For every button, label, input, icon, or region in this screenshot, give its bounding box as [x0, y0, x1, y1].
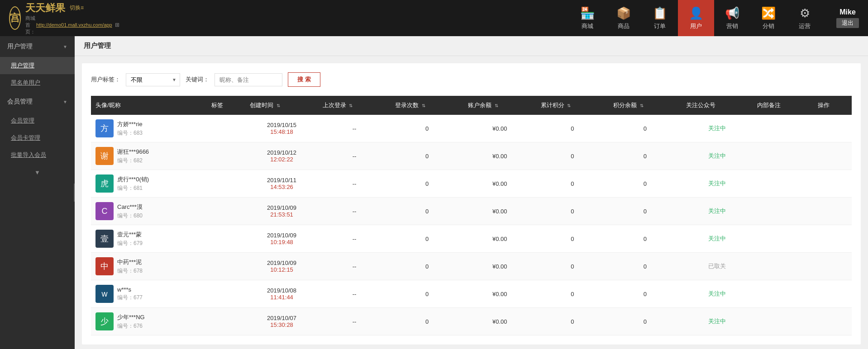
total-points-8: 0: [536, 308, 609, 335]
sidebar-section-user-mgmt[interactable]: 用户管理 ▼: [0, 36, 75, 57]
sidebar-item-blacklist[interactable]: 黑名单用户: [0, 74, 75, 91]
nav-item-order[interactable]: 📋订单: [642, 0, 678, 36]
user-avatar-3: 虎: [95, 174, 114, 193]
table-row: w w***s 编号：677 2019/10/08 11:41:44 -- 0 …: [91, 280, 852, 308]
date-line2-8: 15:30:28: [250, 321, 314, 328]
th-last-login[interactable]: 上次登录 ⇅: [318, 96, 391, 115]
sidebar-section-member-mgmt[interactable]: 会员管理 ▼: [0, 91, 75, 112]
th-note: 内部备注: [753, 96, 813, 115]
tag-cell-8: [207, 308, 245, 335]
balance-2: ¥0.00: [463, 142, 536, 170]
follow-status-6: 已取关: [682, 253, 753, 280]
total-points-2: 0: [536, 142, 609, 170]
points-balance-8: 0: [609, 308, 682, 335]
login-count-5: 0: [391, 225, 463, 253]
user-name-8: 少年***NG: [117, 313, 145, 321]
total-points-6: 0: [536, 253, 609, 280]
table-row: C Carc***漠 编号：680 2019/10/09 21:53:51 --…: [91, 198, 852, 225]
sidebar-item-user-manage[interactable]: 用户管理: [0, 57, 75, 74]
operation-nav-icon: ⚙: [800, 6, 810, 20]
page-title: 用户管理: [75, 36, 868, 56]
action-cell-4[interactable]: [813, 198, 852, 225]
mall-nav-label: 商城: [582, 22, 593, 30]
action-cell-1[interactable]: [813, 115, 852, 142]
note-cell-8: [753, 308, 813, 335]
action-cell-5[interactable]: [813, 225, 852, 253]
action-cell-6[interactable]: [813, 253, 852, 280]
sidebar-item-member-manage[interactable]: 会员管理: [0, 112, 75, 129]
nav-item-distribution[interactable]: 🔀分销: [750, 0, 787, 36]
user-cell-2: 谢 谢狂***9666 编号：682: [91, 142, 207, 170]
table-row: 壹 壹元***蒙 编号：679 2019/10/09 10:19:48 -- 0…: [91, 225, 852, 253]
date-line1-5: 2019/10/09: [250, 232, 314, 239]
user-cell-8: 少 少年***NG 编号：676: [91, 308, 207, 335]
date-line1-3: 2019/10/11: [250, 177, 314, 184]
date-line2-5: 10:19:48: [250, 239, 314, 245]
user-area: Mike 退出: [836, 8, 859, 28]
th-avatar: 头像/昵称: [91, 96, 207, 115]
th-points-balance[interactable]: 积分余额 ⇅: [609, 96, 682, 115]
sidebar-item-batch-import[interactable]: 批量导入会员: [0, 146, 75, 164]
user-cell-6: 中 中药***泥 编号：678: [91, 253, 207, 280]
date-cell-2: 2019/10/12 12:02:22: [245, 142, 318, 170]
sidebar: 用户管理 ▼ 用户管理 黑名单用户 会员管理 ▼ 会员管理 会员卡管理 批量导入…: [0, 36, 75, 349]
username: Mike: [839, 8, 856, 16]
last-login-6: --: [318, 253, 391, 280]
action-cell-2[interactable]: [813, 142, 852, 170]
date-line1-4: 2019/10/09: [250, 204, 314, 211]
follow-status-4: 关注中: [682, 198, 753, 225]
content-inner: 用户标签： 不限 ▼ 关键词： 搜 索 头像/昵称 标签 创建时间 ⇅: [82, 63, 861, 344]
user-name-3: 虎行***0(销): [117, 175, 149, 184]
th-total-points[interactable]: 累计积分 ⇅: [536, 96, 609, 115]
action-cell-7[interactable]: [813, 280, 852, 308]
th-create-time[interactable]: 创建时间 ⇅: [245, 96, 318, 115]
user-nav-icon: 👤: [689, 6, 703, 20]
nav-icons: 🏪商城📦商品📋订单👤用户📢营销🔀分销⚙运营: [569, 0, 823, 36]
keyword-input[interactable]: [215, 73, 282, 86]
user-avatar-2: 谢: [95, 147, 114, 165]
logo-title: 天天鲜果: [25, 1, 65, 15]
logo-url-link[interactable]: http://demo01.mall.vxzhu.com/app: [36, 22, 112, 28]
sidebar-section-arrow-member: ▼: [63, 99, 67, 104]
login-count-4: 0: [391, 198, 463, 225]
follow-status-2: 关注中: [682, 142, 753, 170]
table-row: 少 少年***NG 编号：676 2019/10/07 15:30:28 -- …: [91, 308, 852, 335]
search-button[interactable]: 搜 索: [288, 72, 320, 87]
last-login-8: --: [318, 308, 391, 335]
logout-button[interactable]: 退出: [836, 18, 859, 28]
last-login-2: --: [318, 142, 391, 170]
sidebar-item-member-card[interactable]: 会员卡管理: [0, 129, 75, 146]
total-points-3: 0: [536, 170, 609, 198]
user-avatar-6: 中: [95, 257, 114, 275]
nav-item-marketing[interactable]: 📢营销: [714, 0, 750, 36]
total-points-4: 0: [536, 198, 609, 225]
date-cell-8: 2019/10/07 15:30:28: [245, 308, 318, 335]
sidebar-collapse-button[interactable]: ◀: [74, 184, 75, 202]
note-cell-4: [753, 198, 813, 225]
nav-item-operation[interactable]: ⚙运营: [787, 0, 823, 36]
nav-item-user[interactable]: 👤用户: [678, 0, 714, 36]
nav-item-mall[interactable]: 🏪商城: [569, 0, 606, 36]
note-cell-5: [753, 225, 813, 253]
nav-item-product[interactable]: 📦商品: [606, 0, 642, 36]
sidebar-bottom-arrow[interactable]: ▼: [0, 164, 75, 181]
balance-3: ¥0.00: [463, 170, 536, 198]
user-info-2: 谢狂***9666 编号：682: [117, 148, 149, 165]
user-table: 头像/昵称 标签 创建时间 ⇅ 上次登录 ⇅ 登录次数 ⇅ 账户余额 ⇅ 累计积…: [91, 96, 852, 335]
date-cell-3: 2019/10/11 14:53:26: [245, 170, 318, 198]
th-balance[interactable]: 账户余额 ⇅: [463, 96, 536, 115]
tag-select[interactable]: 不限: [126, 73, 180, 86]
action-cell-3[interactable]: [813, 170, 852, 198]
date-line1-1: 2019/10/15: [250, 122, 314, 128]
product-nav-label: 商品: [618, 22, 630, 30]
qr-icon[interactable]: ⊞: [115, 22, 119, 28]
user-id-7: 编号：677: [117, 294, 143, 302]
action-cell-8[interactable]: [813, 308, 852, 335]
marketing-nav-label: 营销: [726, 22, 738, 30]
note-cell-6: [753, 253, 813, 280]
user-name-1: 方娇***rie: [117, 120, 143, 128]
th-login-count[interactable]: 登录次数 ⇅: [391, 96, 463, 115]
date-line2-1: 15:48:18: [250, 128, 314, 135]
points-balance-3: 0: [609, 170, 682, 198]
logo-switch[interactable]: 切换≡: [70, 4, 84, 12]
